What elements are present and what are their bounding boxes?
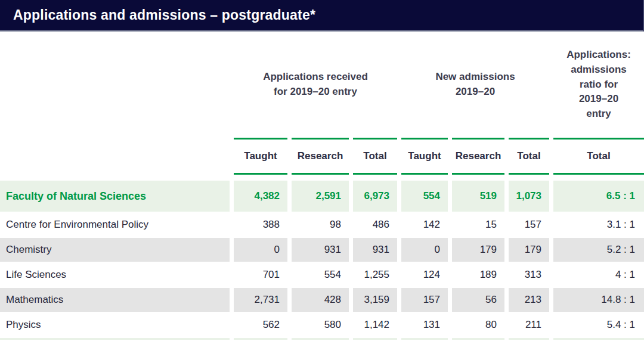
row-value: 56 <box>452 288 504 312</box>
row-value: 931 <box>292 238 349 262</box>
row-value: 2,731 <box>234 288 287 312</box>
row-value: 157 <box>401 288 448 312</box>
partial-cell <box>234 338 287 340</box>
row-value: 388 <box>234 213 287 237</box>
partial-cell <box>353 338 397 340</box>
sub-header-taught-applications: Taught <box>234 138 287 175</box>
table-row: Centre for Environmental Policy 388 98 4… <box>0 213 644 237</box>
admissions-table: Applications received for 2019–20 entry … <box>0 32 644 340</box>
row-value: 5.4 : 1 <box>553 313 644 337</box>
row-value: 554 <box>292 263 349 287</box>
row-value: 701 <box>234 263 287 287</box>
page-title: Applications and admissions – postgradua… <box>13 7 315 23</box>
sub-header-total-applications: Total <box>353 138 397 175</box>
row-value: 1,142 <box>353 313 397 337</box>
column-group-header-row: Applications received for 2019–20 entry … <box>0 32 644 138</box>
row-value: 98 <box>292 213 349 237</box>
sub-header-row: Taught Research Total Taught Research To… <box>0 138 644 175</box>
table-row: Faculty of Natural Sciences 4,382 2,591 … <box>0 181 644 212</box>
row-value: 189 <box>452 263 504 287</box>
sub-header-taught-admissions: Taught <box>401 138 448 175</box>
table-row: Chemistry 0 931 931 0 179 179 5.2 : 1 <box>0 238 644 262</box>
row-label: Life Sciences <box>0 263 230 287</box>
row-value: 131 <box>401 313 448 337</box>
page-title-bar: Applications and admissions – postgradua… <box>0 0 644 32</box>
row-value: 1,255 <box>353 263 397 287</box>
partial-next-row <box>0 338 644 340</box>
row-value: 580 <box>292 313 349 337</box>
row-value: 213 <box>509 288 549 312</box>
row-value: 179 <box>452 238 504 262</box>
row-label: Faculty of Natural Sciences <box>0 181 230 212</box>
row-value: 428 <box>292 288 349 312</box>
row-value: 562 <box>234 313 287 337</box>
partial-cell <box>553 338 644 340</box>
row-label: Chemistry <box>0 238 230 262</box>
row-value: 3,159 <box>353 288 397 312</box>
row-value: 519 <box>452 181 504 212</box>
row-value: 1,073 <box>509 181 549 212</box>
row-value: 313 <box>509 263 549 287</box>
column-group-applications-received: Applications received for 2019–20 entry <box>234 70 397 99</box>
row-value: 157 <box>509 213 549 237</box>
row-value: 2,591 <box>292 181 349 212</box>
row-value: 211 <box>509 313 549 337</box>
sub-header-total-ratio: Total <box>553 138 644 175</box>
sub-header-research-admissions: Research <box>452 138 504 175</box>
row-value: 486 <box>353 213 397 237</box>
table-row: Mathematics 2,731 428 3,159 157 56 213 1… <box>0 288 644 312</box>
row-value: 6.5 : 1 <box>553 181 644 212</box>
table-body: Faculty of Natural Sciences 4,382 2,591 … <box>0 181 644 337</box>
partial-cell <box>0 338 230 340</box>
row-value: 142 <box>401 213 448 237</box>
row-value: 3.1 : 1 <box>553 213 644 237</box>
sub-header-spacer <box>0 138 230 175</box>
column-group-applications-admissions-ratio: Applications: admissions ratio for 2019–… <box>553 48 644 121</box>
partial-cell <box>509 338 549 340</box>
row-value: 124 <box>401 263 448 287</box>
row-value: 179 <box>509 238 549 262</box>
row-value: 6,973 <box>353 181 397 212</box>
row-value: 80 <box>452 313 504 337</box>
row-value: 14.8 : 1 <box>553 288 644 312</box>
table-row: Physics 562 580 1,142 131 80 211 5.4 : 1 <box>0 313 644 337</box>
row-value: 0 <box>401 238 448 262</box>
table-row: Life Sciences 701 554 1,255 124 189 313 … <box>0 263 644 287</box>
row-value: 4,382 <box>234 181 287 212</box>
row-value: 931 <box>353 238 397 262</box>
column-group-new-admissions: New admissions 2019–20 <box>401 70 549 99</box>
partial-cell <box>452 338 504 340</box>
row-label: Centre for Environmental Policy <box>0 213 230 237</box>
row-label: Physics <box>0 313 230 337</box>
sub-header-research-applications: Research <box>292 138 349 175</box>
partial-cell <box>401 338 448 340</box>
row-value: 0 <box>234 238 287 262</box>
row-value: 15 <box>452 213 504 237</box>
row-value: 4 : 1 <box>553 263 644 287</box>
partial-cell <box>292 338 349 340</box>
row-label: Mathematics <box>0 288 230 312</box>
row-value: 554 <box>401 181 448 212</box>
row-value: 5.2 : 1 <box>553 238 644 262</box>
sub-header-total-admissions: Total <box>509 138 549 175</box>
